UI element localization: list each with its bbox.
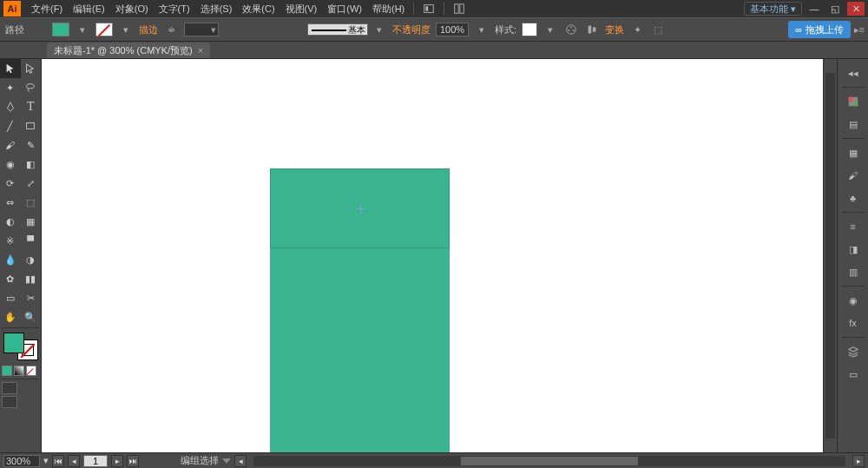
artboard-tool[interactable]: ▭ <box>0 288 21 307</box>
menu-window[interactable]: 窗口(W) <box>322 1 367 17</box>
cloud-upload-button[interactable]: ∞ 拖拽上传 <box>788 21 851 38</box>
symbols-panel-icon[interactable]: ♣ <box>842 188 865 208</box>
magic-wand-tool[interactable]: ✦ <box>0 78 21 97</box>
blob-brush-tool[interactable]: ◉ <box>0 155 21 174</box>
line-tool[interactable]: ╱ <box>0 116 21 135</box>
fill-indicator[interactable] <box>3 333 24 353</box>
selection-tool[interactable] <box>0 59 21 78</box>
workspace-switcher[interactable]: 基本功能 ▾ <box>744 2 802 16</box>
arrange-doc-icon[interactable] <box>451 1 467 16</box>
eyedropper-tool[interactable]: 💧 <box>0 250 21 269</box>
graphic-styles-panel-icon[interactable]: fx <box>842 313 865 333</box>
chevron-down-icon[interactable]: ▾ <box>75 22 90 37</box>
chevron-down-icon[interactable]: ▾ <box>43 455 49 466</box>
chevron-down-icon[interactable]: ▾ <box>474 22 490 37</box>
next-artboard-button[interactable]: ▸ <box>111 455 123 467</box>
close-button[interactable]: ✕ <box>847 2 865 16</box>
symbol-sprayer-tool[interactable]: ✿ <box>0 269 21 288</box>
menu-file[interactable]: 文件(F) <box>26 1 68 17</box>
artboard-number-field[interactable]: 1 <box>83 455 108 467</box>
recolor-icon[interactable] <box>563 22 579 37</box>
lasso-tool[interactable] <box>21 78 42 97</box>
menu-type[interactable]: 文字(T) <box>154 1 195 17</box>
layers-panel-icon[interactable] <box>842 341 865 362</box>
bridge-icon[interactable] <box>421 1 437 16</box>
width-tool[interactable]: ⇔ <box>0 193 21 212</box>
horizontal-scrollbar[interactable] <box>253 456 845 466</box>
style-swatch[interactable] <box>522 23 537 36</box>
transparency-panel-icon[interactable]: ▥ <box>842 261 865 282</box>
hscroll-right-button[interactable]: ▸ <box>852 455 865 467</box>
free-transform-tool[interactable]: ⬚ <box>21 193 42 212</box>
color-mode-button[interactable] <box>2 366 12 376</box>
scale-tool[interactable]: ⤢ <box>21 174 42 193</box>
stroke-weight-field[interactable]: ▾ <box>184 23 219 36</box>
menu-object[interactable]: 对象(O) <box>110 1 154 17</box>
mesh-tool[interactable]: ※ <box>0 231 21 250</box>
opacity-field[interactable]: 100% <box>436 23 469 36</box>
maximize-button[interactable]: ◱ <box>826 2 844 16</box>
pencil-tool[interactable]: ✎ <box>21 135 42 155</box>
perspective-tool[interactable]: ▦ <box>21 212 42 231</box>
opacity-label[interactable]: 不透明度 <box>392 23 431 36</box>
chevron-down-icon[interactable]: ▾ <box>118 22 134 37</box>
align-icon[interactable] <box>584 22 600 37</box>
document-tab[interactable]: 未标题-1* @ 300% (CMYK/预览) × <box>47 43 210 58</box>
swatches-panel-icon[interactable]: ▦ <box>842 142 865 163</box>
gradient-tool[interactable]: ▀ <box>21 231 42 250</box>
type-tool[interactable]: T <box>21 97 42 116</box>
menu-edit[interactable]: 编辑(E) <box>68 1 110 17</box>
expand-dock-icon[interactable]: ◂◂ <box>842 63 865 83</box>
rectangle-tool[interactable] <box>21 116 42 135</box>
appearance-panel-icon[interactable]: ◉ <box>842 290 865 311</box>
menu-effect[interactable]: 效果(C) <box>237 1 279 17</box>
fill-swatch[interactable] <box>52 23 69 36</box>
brushes-panel-icon[interactable]: 🖌 <box>842 165 865 186</box>
draw-behind-button[interactable] <box>2 396 17 408</box>
gradient-mode-button[interactable] <box>14 366 24 376</box>
draw-normal-button[interactable] <box>2 382 17 394</box>
artboards-panel-icon[interactable]: ▭ <box>842 364 865 385</box>
paintbrush-tool[interactable]: 🖌 <box>0 135 21 155</box>
blend-tool[interactable]: ◑ <box>21 250 42 269</box>
chevron-down-icon[interactable]: ▾ <box>372 22 387 37</box>
pen-tool[interactable] <box>0 97 21 116</box>
direct-selection-tool[interactable] <box>21 59 42 78</box>
eraser-tool[interactable]: ◧ <box>21 155 42 174</box>
status-menu-icon[interactable] <box>222 458 231 464</box>
stroke-label[interactable]: 描边 <box>139 23 158 36</box>
isolate-icon[interactable]: ✦ <box>629 22 645 37</box>
vertical-scrollbar[interactable] <box>823 59 837 452</box>
menu-select[interactable]: 选择(S) <box>195 1 238 17</box>
none-mode-button[interactable] <box>26 366 36 376</box>
column-graph-tool[interactable]: ▮▮ <box>21 269 42 288</box>
color-panel-icon[interactable] <box>842 91 865 112</box>
zoom-tool[interactable]: 🔍 <box>21 307 42 326</box>
slice-tool[interactable]: ✂ <box>21 288 42 307</box>
fill-stroke-indicator[interactable] <box>2 331 40 362</box>
stroke-weight-stepper[interactable]: ≑ <box>163 22 179 37</box>
first-artboard-button[interactable]: ⏮ <box>52 455 64 467</box>
rotate-tool[interactable]: ⟳ <box>0 174 21 193</box>
prev-artboard-button[interactable]: ◂ <box>68 455 80 467</box>
shape-builder-tool[interactable]: ◐ <box>0 212 21 231</box>
chevron-down-icon[interactable]: ▾ <box>542 22 558 37</box>
clip-icon[interactable]: ⬚ <box>650 22 666 37</box>
menu-view[interactable]: 视图(V) <box>280 1 323 17</box>
color-guide-panel-icon[interactable]: ▤ <box>842 114 865 135</box>
brush-selector[interactable]: ▾ <box>307 22 387 37</box>
control-menu-icon[interactable]: ▸≡ <box>854 24 865 36</box>
hand-tool[interactable]: ✋ <box>0 307 21 326</box>
close-tab-icon[interactable]: × <box>198 45 203 56</box>
stroke-panel-icon[interactable]: ≡ <box>842 216 865 237</box>
transform-label[interactable]: 变换 <box>605 23 624 36</box>
last-artboard-button[interactable]: ⏭ <box>127 455 139 467</box>
gradient-panel-icon[interactable]: ◨ <box>842 239 865 260</box>
hscroll-left-button[interactable]: ◂ <box>234 455 247 467</box>
shape-trapezoid[interactable] <box>270 248 450 452</box>
minimize-button[interactable]: — <box>806 2 823 16</box>
zoom-field[interactable]: 300% <box>3 455 40 467</box>
menu-help[interactable]: 帮助(H) <box>367 1 410 17</box>
stroke-swatch[interactable] <box>95 23 113 36</box>
artboard[interactable] <box>42 59 837 452</box>
